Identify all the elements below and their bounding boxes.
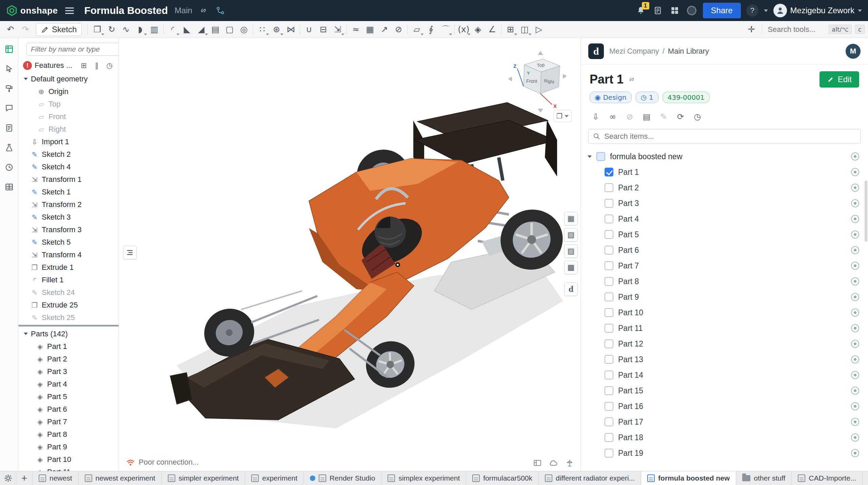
- part-row[interactable]: ◈ Part 10: [18, 453, 119, 466]
- feature-row[interactable]: ❐ Extrude 25: [18, 299, 119, 311]
- feature-row[interactable]: ❐ Extrude 1: [18, 261, 119, 274]
- scrollbar[interactable]: [865, 181, 867, 242]
- tool-button[interactable]: ▦: [363, 23, 377, 36]
- sketch-button[interactable]: Sketch: [36, 23, 82, 36]
- tool-button[interactable]: ◈: [471, 23, 485, 36]
- tool-button[interactable]: ⋈: [283, 23, 298, 36]
- action-icon-button[interactable]: ⟳: [673, 110, 688, 124]
- status-circle-icon[interactable]: [851, 355, 859, 363]
- feature-row[interactable]: ✎ Sketch 3: [18, 211, 119, 223]
- tool-button[interactable]: ⊟: [316, 23, 330, 36]
- feature-row[interactable]: ✎ Sketch 4: [18, 161, 119, 173]
- named-views-icon[interactable]: ▩: [564, 261, 578, 274]
- part-checkbox[interactable]: [605, 339, 613, 348]
- part-checkbox[interactable]: [605, 183, 613, 192]
- status-circle-icon[interactable]: [851, 168, 859, 176]
- document-tab[interactable]: formula boosted new: [641, 471, 736, 485]
- plm-part-row[interactable]: Part 4: [581, 211, 868, 227]
- part-link-icon[interactable]: [628, 75, 636, 83]
- document-tab[interactable]: newest: [33, 471, 79, 485]
- tool-button[interactable]: ∠: [485, 23, 499, 36]
- breadcrumb[interactable]: Mezi Company / Main Library: [609, 47, 709, 56]
- units-icon[interactable]: [565, 458, 574, 468]
- tool-button[interactable]: ∮: [424, 23, 438, 36]
- tool-button[interactable]: ⌒: [438, 23, 452, 36]
- app-switcher-icon[interactable]: [669, 5, 680, 16]
- plm-part-row[interactable]: Part 14: [581, 367, 868, 383]
- tool-button[interactable]: [499, 23, 503, 36]
- notes-icon[interactable]: [3, 122, 16, 134]
- tool-button[interactable]: [298, 23, 302, 36]
- tool-button[interactable]: [344, 23, 349, 36]
- status-circle-icon[interactable]: [851, 262, 859, 270]
- user-menu[interactable]: Mezigebu Zework: [773, 4, 862, 17]
- part-checkbox[interactable]: [605, 417, 613, 426]
- redo-button[interactable]: ↷: [18, 23, 33, 36]
- part-checkbox[interactable]: [605, 261, 613, 270]
- part-checkbox[interactable]: [605, 168, 613, 176]
- analysis-icon[interactable]: [3, 141, 16, 154]
- tool-button[interactable]: ↗: [377, 23, 391, 36]
- feature-row[interactable]: ✎ Sketch 25: [18, 311, 119, 324]
- tool-button[interactable]: ◢: [194, 23, 208, 36]
- tab-manager-gear-icon[interactable]: [0, 471, 16, 485]
- part-checkbox[interactable]: [605, 246, 613, 255]
- status-circle-icon[interactable]: [851, 184, 859, 192]
- plm-part-row[interactable]: Part 17: [581, 414, 868, 430]
- plm-part-row[interactable]: Part 18: [581, 430, 868, 445]
- share-link-icon[interactable]: [198, 5, 209, 16]
- document-tab[interactable]: other stuff: [736, 471, 792, 485]
- tool-button[interactable]: ◫: [517, 23, 532, 36]
- view-cube[interactable]: Top Front Right Z Y X: [500, 46, 572, 117]
- tool-button[interactable]: ◣: [180, 23, 194, 36]
- items-search[interactable]: [588, 129, 861, 144]
- release-notes-icon[interactable]: [652, 5, 664, 16]
- history-icon[interactable]: [3, 161, 16, 174]
- 3d-viewport[interactable]: Top Front Right Z Y X ❐ ▦: [119, 38, 580, 471]
- feature-row[interactable]: ✎ Sketch 24: [18, 286, 119, 299]
- document-tab[interactable]: CAD-Importe...: [792, 471, 863, 485]
- status-circle-icon[interactable]: [851, 371, 859, 379]
- part-row[interactable]: ◈ Part 5: [18, 390, 119, 403]
- status-circle-icon[interactable]: [851, 293, 859, 301]
- plm-part-row[interactable]: Part 10: [581, 305, 868, 320]
- tool-button[interactable]: ▢: [222, 23, 237, 36]
- tool-button[interactable]: ∿: [119, 23, 133, 36]
- part-row[interactable]: ◈ Part 3: [18, 365, 119, 378]
- chevron-down-icon[interactable]: [24, 333, 28, 335]
- isolate-icon[interactable]: ▨: [564, 244, 578, 258]
- display-options-button[interactable]: ❐: [553, 110, 572, 122]
- document-tab[interactable]: experiment: [245, 471, 304, 485]
- cloud-status-icon[interactable]: [549, 458, 558, 468]
- edit-button[interactable]: Edit: [820, 71, 859, 88]
- status-circle-icon[interactable]: [851, 199, 859, 207]
- plm-part-row[interactable]: Part 2: [581, 180, 868, 195]
- share-button[interactable]: Share: [703, 3, 741, 18]
- versions-branch-icon[interactable]: [215, 5, 226, 16]
- plm-user-avatar[interactable]: M: [846, 44, 861, 59]
- parts-group[interactable]: Parts (142): [18, 328, 119, 340]
- feature-row[interactable]: ✎ Sketch 1: [18, 186, 119, 198]
- notifications-bell-icon[interactable]: 1: [635, 5, 647, 16]
- tool-button[interactable]: ↻: [104, 23, 119, 36]
- suspend-icon[interactable]: ∥: [92, 60, 102, 71]
- tool-button[interactable]: ◎: [237, 23, 251, 36]
- select-cursor-icon[interactable]: [3, 62, 16, 75]
- section-view-icon[interactable]: ▧: [564, 228, 578, 242]
- error-indicator-icon[interactable]: !: [23, 61, 32, 70]
- assistant-icon[interactable]: [686, 5, 697, 16]
- tool-button[interactable]: (x): [456, 23, 471, 36]
- feature-row[interactable]: ⇲ Transform 1: [18, 173, 119, 186]
- part-checkbox[interactable]: [605, 199, 613, 208]
- tool-button[interactable]: [251, 23, 255, 36]
- diagnostics-panel-icon[interactable]: [533, 459, 542, 467]
- document-tab[interactable]: Render Studio: [304, 471, 381, 485]
- plm-part-row[interactable]: Part 8: [581, 274, 868, 289]
- part-checkbox[interactable]: [605, 277, 613, 286]
- document-tab[interactable]: simplex experiment: [381, 471, 466, 485]
- follow-mode-icon[interactable]: [3, 43, 16, 56]
- help-chevron-icon[interactable]: [764, 10, 768, 12]
- action-icon-button[interactable]: ⇩: [588, 110, 603, 124]
- part-row[interactable]: ◈ Part 8: [18, 428, 119, 441]
- breadcrumb-company[interactable]: Mezi Company: [609, 47, 659, 56]
